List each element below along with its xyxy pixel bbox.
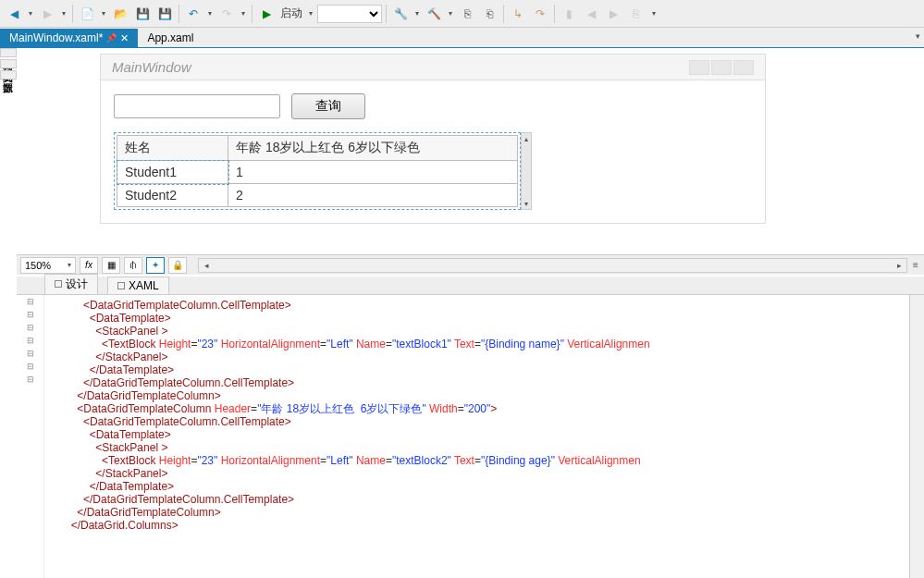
tab-design[interactable]: 设计 (44, 274, 98, 294)
cell-age[interactable]: 2 (228, 184, 518, 207)
code-content[interactable]: <DataGridTemplateColumn.CellTemplate> <D… (44, 295, 924, 578)
sidetab-outline[interactable]: 文档大纲 (0, 59, 17, 68)
new-item-button[interactable]: 📄 (77, 4, 97, 24)
maximize-icon (711, 60, 732, 75)
new-item-dropdown[interactable]: ▾ (99, 4, 108, 24)
undo-dropdown[interactable]: ▾ (205, 4, 215, 24)
tab-mainwindow[interactable]: MainWindow.xaml* 📌 ✕ (0, 29, 138, 47)
tab-appxaml[interactable]: App.xaml (138, 29, 203, 47)
save-all-button[interactable]: 💾 (154, 4, 175, 24)
designer-pane: MainWindow 查询 姓名 (17, 48, 924, 275)
window-canvas[interactable]: MainWindow 查询 姓名 (100, 54, 766, 224)
scroll-down-icon[interactable]: ▾ (522, 198, 531, 209)
design-surface[interactable]: MainWindow 查询 姓名 (17, 48, 924, 254)
tab-design-label: 设计 (66, 277, 88, 290)
sidetab-toolbox[interactable]: 工具箱 (0, 48, 17, 57)
redo-dropdown[interactable]: ▾ (239, 4, 248, 24)
zoom-value: 150% (25, 260, 51, 271)
start-debug-button[interactable]: ▶ (256, 4, 277, 24)
fold-toggle[interactable]: ⊟ (17, 334, 43, 347)
tab-label: App.xaml (147, 31, 193, 44)
forward-button: ▶ (37, 4, 57, 24)
tab-xaml-label: XAML (129, 279, 159, 292)
side-dock: 工具箱 文档大纲 数据源 (0, 48, 17, 81)
scroll-up-icon[interactable]: ▴ (522, 133, 531, 144)
scroll-right-icon[interactable]: ▸ (892, 259, 906, 272)
datagrid[interactable]: 姓名 年龄 18岁以上红色 6岁以下绿色 Student1 1 Student2… (114, 132, 521, 210)
square-icon (55, 280, 62, 288)
cell-age[interactable]: 1 (228, 161, 518, 184)
tabs-overflow-icon[interactable]: ▾ (916, 31, 920, 41)
fold-toggle[interactable]: ⊟ (17, 321, 43, 334)
uncomment-button[interactable]: ⎗ (479, 4, 499, 24)
pin-icon[interactable]: 📌 (106, 33, 117, 43)
sidetab-datasources[interactable]: 数据源 (0, 70, 17, 80)
fx-button[interactable]: fx (80, 257, 98, 274)
open-button[interactable]: 📂 (110, 4, 130, 24)
minimize-icon (689, 60, 709, 75)
cell-name[interactable]: Student1 (117, 161, 228, 184)
tab-label: MainWindow.xaml* (9, 31, 103, 44)
snaplines-button[interactable]: ⫛ (124, 257, 142, 274)
xaml-editor[interactable]: ⊟⊟⊟⊟⊟⊟⊟ <DataGridTemplateColumn.CellTemp… (17, 295, 924, 578)
panel-tabbar: 设计 XAML (17, 277, 924, 295)
query-button[interactable]: 查询 (291, 93, 365, 119)
zoom-combo[interactable]: 150% ▾ (20, 257, 76, 274)
toolbar-btn-e: ▶ (603, 4, 623, 24)
document-tabbar: MainWindow.xaml* 📌 ✕ App.xaml ▾ (0, 28, 924, 48)
save-button[interactable]: 💾 (132, 4, 153, 24)
table-row: Student2 2 (117, 184, 518, 207)
toolbar-btn-a[interactable]: 🔧 (390, 4, 411, 24)
start-label[interactable]: 启动 (278, 6, 304, 21)
window-titlebar: MainWindow (101, 55, 765, 80)
start-dropdown[interactable]: ▾ (306, 4, 315, 24)
back-dropdown[interactable]: ▾ (26, 4, 35, 24)
horizontal-scrollbar[interactable]: ◂ ▸ (198, 258, 907, 273)
comment-button[interactable]: ⎘ (457, 4, 477, 24)
toolbar-btn-a-drop[interactable]: ▾ (413, 4, 422, 24)
chevron-down-icon[interactable]: ▾ (68, 261, 71, 269)
toolbar-btn-b[interactable]: 🔨 (424, 4, 444, 24)
toolbar-btn-b-drop[interactable]: ▾ (446, 4, 455, 24)
fold-toggle[interactable]: ⊟ (17, 295, 43, 308)
editor-scrollbar[interactable] (909, 295, 924, 578)
search-input[interactable] (114, 94, 280, 118)
toolbar-btn-d: ◀ (581, 4, 601, 24)
undo-button[interactable]: ↶ (183, 4, 203, 24)
fold-gutter[interactable]: ⊟⊟⊟⊟⊟⊟⊟ (17, 295, 44, 578)
scroll-left-icon[interactable]: ◂ (199, 259, 214, 272)
main-toolbar: ◀ ▾ ▶ ▾ 📄 ▾ 📂 💾 💾 ↶ ▾ ↷ ▾ ▶ 启动 ▾ 🔧 ▾ 🔨 ▾… (0, 0, 924, 28)
window-client: 查询 姓名 年龄 18岁以上红色 6岁以下绿色 Student1 1 (101, 80, 765, 223)
forward-dropdown[interactable]: ▾ (59, 4, 68, 24)
config-combo[interactable] (317, 5, 382, 23)
column-header-name[interactable]: 姓名 (117, 136, 228, 161)
cell-name[interactable]: Student2 (117, 184, 228, 207)
close-icon[interactable]: ✕ (120, 32, 129, 44)
split-grip-icon[interactable]: ≡ (911, 257, 920, 274)
effects-button[interactable]: ✦ (146, 257, 165, 274)
designer-footer: 150% ▾ fx ▦ ⫛ ✦ 🔒 ◂ ▸ ≡ (17, 254, 924, 275)
grid-snap-button[interactable]: ▦ (102, 257, 120, 274)
back-button[interactable]: ◀ (4, 4, 24, 24)
step-into-button[interactable]: ↳ (508, 4, 528, 24)
redo-button: ↷ (216, 4, 237, 24)
toolbar-overflow[interactable]: ▾ (649, 4, 659, 24)
step-over-button[interactable]: ↷ (530, 4, 550, 24)
table-row: Student1 1 (117, 161, 518, 184)
locked-button[interactable]: 🔒 (168, 257, 187, 274)
fold-toggle[interactable]: ⊟ (17, 360, 43, 373)
fold-toggle[interactable]: ⊟ (17, 308, 43, 321)
datagrid-scrollbar[interactable]: ▴ ▾ (521, 132, 532, 210)
fold-toggle[interactable]: ⊟ (17, 347, 43, 360)
fold-toggle[interactable]: ⊟ (17, 373, 43, 386)
toolbar-btn-f: ⎘ (625, 4, 646, 24)
close-window-icon (733, 60, 754, 75)
toolbar-btn-c: ▮ (559, 4, 579, 24)
column-header-age[interactable]: 年龄 18岁以上红色 6岁以下绿色 (228, 136, 518, 161)
window-title: MainWindow (112, 59, 191, 75)
square-icon (117, 282, 125, 289)
tab-xaml[interactable]: XAML (107, 277, 169, 294)
